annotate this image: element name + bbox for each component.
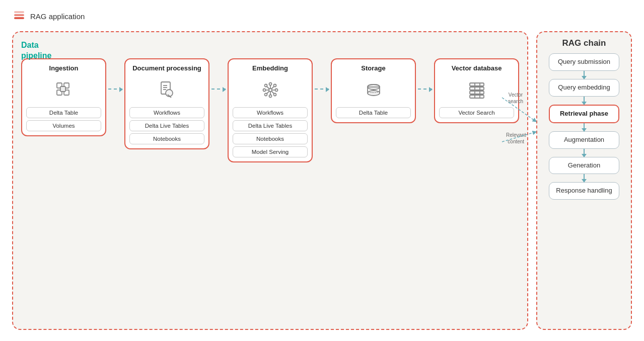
- rag-step-retrieval-phase: Retrieval phase: [549, 105, 619, 123]
- data-pipeline-container: Data pipeline Ingestion Delta Table: [12, 31, 528, 330]
- rag-step-query-embedding: Query embedding: [549, 79, 619, 97]
- grid-icon: [53, 79, 75, 101]
- stage-embedding: Embedding: [228, 58, 313, 162]
- svg-line-27: [267, 87, 269, 89]
- stage-item: Model Serving: [233, 146, 308, 157]
- stage-item: Notebooks: [129, 133, 204, 144]
- nodes-icon: [259, 79, 281, 101]
- svg-point-19: [264, 84, 267, 87]
- rag-step-generation: Generation: [549, 157, 619, 175]
- svg-rect-7: [60, 87, 65, 92]
- stage-ingestion-title: Ingestion: [49, 64, 79, 73]
- svg-line-41: [502, 132, 536, 142]
- svg-line-29: [267, 91, 269, 94]
- arrow-3: [315, 58, 329, 90]
- rag-step-augmentation: Augmentation: [549, 131, 619, 149]
- cloud-storage-icon: [363, 79, 385, 101]
- connection-arrows: [502, 32, 537, 193]
- data-pipeline-label: Data pipeline: [21, 40, 51, 61]
- rag-arrow-5: [584, 174, 585, 182]
- rag-arrow-1: [584, 71, 585, 79]
- svg-point-16: [269, 95, 271, 97]
- stage-doc-title: Document processing: [132, 64, 201, 73]
- svg-point-20: [273, 84, 276, 87]
- rag-arrow-4: [584, 149, 585, 157]
- stage-item: Volumes: [26, 120, 101, 131]
- stage-item: Delta Table: [336, 107, 411, 118]
- stage-item: Notebooks: [233, 133, 308, 144]
- stage-ingestion: Ingestion Delta Table Volumes: [21, 58, 106, 136]
- rag-chain-container: RAG chain Vectorsearch Relevantcontent: [536, 31, 632, 330]
- stage-item: Delta Table: [26, 107, 101, 118]
- svg-rect-36: [470, 91, 484, 94]
- svg-rect-1: [14, 14, 24, 16]
- arrow-4: [418, 58, 432, 90]
- svg-rect-37: [470, 95, 484, 98]
- stage-vectordb-title: Vector database: [452, 64, 502, 73]
- svg-line-30: [271, 91, 274, 94]
- rag-arrow-2: [584, 97, 585, 105]
- svg-point-33: [368, 91, 380, 96]
- svg-rect-2: [14, 11, 24, 13]
- rag-chain-title: RAG chain: [543, 38, 625, 48]
- arrow-1: [108, 58, 122, 90]
- database-rows-icon: [466, 79, 488, 101]
- rag-arrow-3: [584, 123, 585, 131]
- svg-rect-34: [470, 83, 484, 86]
- stage-item: Workflows: [129, 107, 204, 118]
- svg-line-40: [502, 98, 536, 122]
- app-icon: [12, 9, 26, 23]
- stage-item: Delta Live Tables: [129, 120, 204, 131]
- rag-step-query-submission: Query submission: [549, 53, 619, 71]
- arrow-2: [211, 58, 226, 90]
- app-header: RAG application: [0, 0, 644, 27]
- stage-item: Workflows: [233, 107, 308, 118]
- svg-point-18: [275, 89, 277, 91]
- stage-storage-title: Storage: [361, 64, 385, 73]
- svg-line-28: [271, 87, 274, 89]
- rag-step-response-handling: Response handling: [549, 182, 619, 200]
- svg-point-17: [263, 89, 265, 91]
- app-title: RAG application: [30, 12, 85, 21]
- svg-point-22: [273, 93, 276, 96]
- stage-storage: Storage Delta Table: [331, 58, 416, 123]
- search-doc-icon: [156, 79, 178, 101]
- stage-document-processing: Document processing Workflows Delta Live…: [124, 58, 209, 149]
- svg-point-21: [264, 93, 267, 96]
- svg-rect-35: [470, 87, 484, 90]
- stage-item: Delta Live Tables: [233, 120, 308, 131]
- stage-embedding-title: Embedding: [252, 64, 288, 73]
- svg-rect-0: [14, 17, 24, 19]
- svg-point-15: [269, 82, 271, 85]
